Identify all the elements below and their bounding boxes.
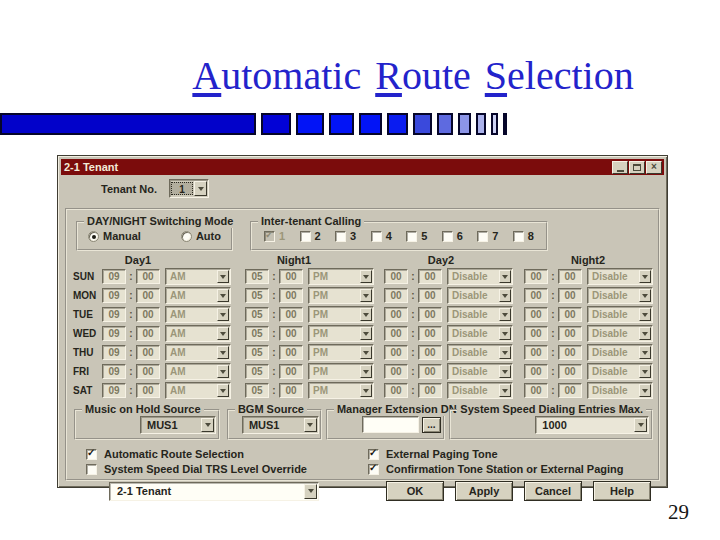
hour-field[interactable]: 00 [524, 288, 548, 303]
hour-field[interactable]: 05 [245, 383, 269, 398]
tenant-no-select[interactable]: 1 [169, 179, 209, 198]
hour-field[interactable]: 00 [384, 307, 408, 322]
hour-field[interactable]: 09 [102, 326, 126, 341]
mode-select[interactable]: AM [165, 325, 231, 342]
mode-select[interactable]: PM [308, 382, 374, 399]
dropdown-arrow-button[interactable] [639, 346, 651, 359]
checkbox-icon[interactable]: ✓ [264, 231, 275, 242]
ellipsis-button[interactable]: ... [422, 417, 441, 433]
dropdown-arrow-button[interactable] [360, 289, 372, 302]
minute-field[interactable]: 00 [279, 269, 303, 284]
mode-select[interactable]: Disable [587, 363, 653, 380]
dropdown-arrow-button[interactable] [360, 308, 372, 321]
dropdown-arrow-button[interactable] [499, 270, 511, 283]
mode-select[interactable]: PM [308, 325, 374, 342]
dropdown-arrow-button[interactable] [639, 308, 651, 321]
dropdown-arrow-button[interactable] [639, 289, 651, 302]
hour-field[interactable]: 00 [524, 364, 548, 379]
close-button[interactable]: × [646, 161, 662, 174]
dropdown-arrow-button[interactable] [217, 327, 229, 340]
dropdown-arrow-button[interactable] [360, 270, 372, 283]
option-checkbox-3[interactable]: ✓Confirmation Tone Station or External P… [368, 463, 653, 475]
bgm-source-select[interactable]: MUS1 [242, 416, 319, 434]
mode-select[interactable]: Disable [447, 363, 513, 380]
dropdown-arrow-button[interactable] [360, 327, 372, 340]
mode-select[interactable]: AM [165, 268, 231, 285]
checkbox-icon[interactable] [442, 231, 453, 242]
mode-select[interactable]: PM [308, 344, 374, 361]
checkbox-icon[interactable] [300, 231, 311, 242]
hour-field[interactable]: 00 [524, 307, 548, 322]
mode-select[interactable]: AM [165, 306, 231, 323]
checkbox-icon[interactable] [406, 231, 417, 242]
hour-field[interactable]: 09 [102, 364, 126, 379]
checkbox-icon[interactable] [477, 231, 488, 242]
hour-field[interactable]: 05 [245, 307, 269, 322]
mode-select[interactable]: AM [165, 382, 231, 399]
minute-field[interactable]: 00 [279, 383, 303, 398]
hour-field[interactable]: 00 [384, 364, 408, 379]
dropdown-arrow-button[interactable] [499, 308, 511, 321]
dropdown-arrow-button[interactable] [360, 346, 372, 359]
mode-select[interactable]: Disable [447, 344, 513, 361]
minute-field[interactable]: 00 [418, 288, 442, 303]
mode-select[interactable]: PM [308, 287, 374, 304]
dropdown-arrow-button[interactable] [201, 418, 214, 432]
mode-select[interactable]: PM [308, 268, 374, 285]
checkbox-icon[interactable]: ✓ [86, 449, 97, 460]
hour-field[interactable]: 09 [102, 345, 126, 360]
dropdown-arrow-button[interactable] [360, 384, 372, 397]
minute-field[interactable]: 00 [136, 269, 160, 284]
dropdown-arrow-button[interactable] [639, 270, 651, 283]
dropdown-arrow-button[interactable] [217, 270, 229, 283]
option-checkbox-1[interactable]: System Speed Dial TRS Level Override [86, 463, 368, 475]
minute-field[interactable]: 00 [558, 364, 582, 379]
mode-select[interactable]: PM [308, 363, 374, 380]
minute-field[interactable]: 00 [558, 269, 582, 284]
dropdown-arrow-button[interactable] [194, 181, 207, 196]
hour-field[interactable]: 00 [384, 326, 408, 341]
minute-field[interactable]: 00 [279, 307, 303, 322]
hour-field[interactable]: 00 [524, 345, 548, 360]
mode-select[interactable]: Disable [587, 325, 653, 342]
dropdown-arrow-button[interactable] [634, 418, 647, 432]
intertenant-checkbox-8[interactable]: 8 [513, 230, 534, 242]
minute-field[interactable]: 00 [136, 345, 160, 360]
dropdown-arrow-button[interactable] [217, 384, 229, 397]
radio-auto[interactable]: Auto [181, 230, 221, 242]
checkbox-icon[interactable] [335, 231, 346, 242]
dropdown-arrow-button[interactable] [217, 346, 229, 359]
checkbox-icon[interactable] [86, 464, 97, 475]
dropdown-arrow-button[interactable] [639, 384, 651, 397]
music-on-hold-select[interactable]: MUS1 [140, 416, 216, 434]
checkbox-icon[interactable] [513, 231, 524, 242]
intertenant-checkbox-1[interactable]: ✓1 [264, 230, 285, 242]
minute-field[interactable]: 00 [136, 288, 160, 303]
hour-field[interactable]: 00 [384, 288, 408, 303]
hour-field[interactable]: 05 [245, 326, 269, 341]
intertenant-checkbox-5[interactable]: 5 [406, 230, 427, 242]
mode-select[interactable]: AM [165, 287, 231, 304]
mode-select[interactable]: AM [165, 344, 231, 361]
checkbox-icon[interactable]: ✓ [368, 464, 379, 475]
dropdown-arrow-button[interactable] [499, 289, 511, 302]
dropdown-arrow-button[interactable] [217, 308, 229, 321]
minute-field[interactable]: 00 [279, 364, 303, 379]
mode-select[interactable]: Disable [587, 268, 653, 285]
dropdown-arrow-button[interactable] [639, 365, 651, 378]
hour-field[interactable]: 00 [524, 326, 548, 341]
intertenant-checkbox-4[interactable]: 4 [371, 230, 392, 242]
mode-select[interactable]: Disable [447, 287, 513, 304]
mode-select[interactable]: Disable [587, 306, 653, 323]
minute-field[interactable]: 00 [558, 307, 582, 322]
hour-field[interactable]: 09 [102, 307, 126, 322]
dropdown-arrow-button[interactable] [304, 484, 317, 499]
minute-field[interactable]: 00 [279, 326, 303, 341]
manager-extension-field[interactable] [362, 416, 419, 433]
ok-button[interactable]: OK [386, 481, 444, 501]
minute-field[interactable]: 00 [558, 345, 582, 360]
checkbox-icon[interactable]: ✓ [368, 449, 379, 460]
hour-field[interactable]: 05 [245, 288, 269, 303]
mode-select[interactable]: Disable [447, 268, 513, 285]
minute-field[interactable]: 00 [558, 326, 582, 341]
